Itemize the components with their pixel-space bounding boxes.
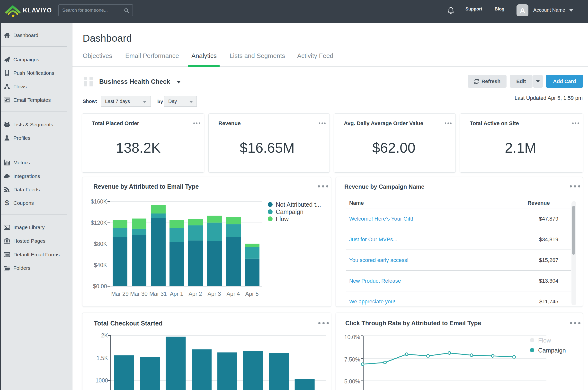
svg-text:$: $ (5, 200, 9, 206)
